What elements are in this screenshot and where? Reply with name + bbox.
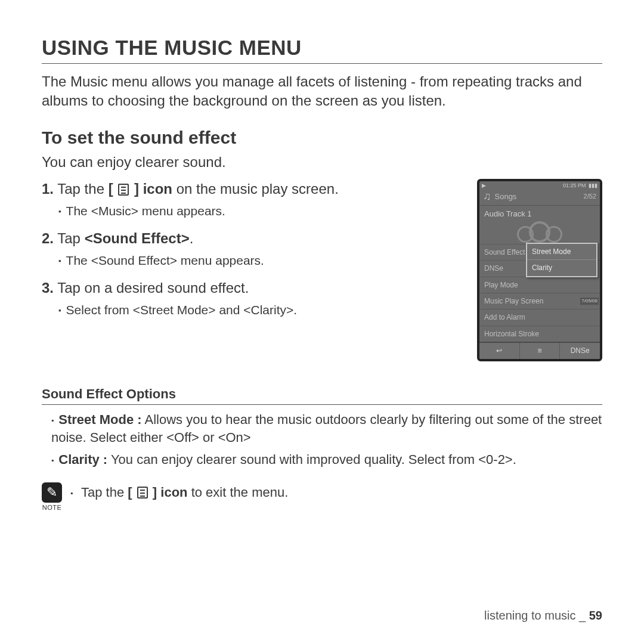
device-bottom-bar: ↩ ≡ DNSe xyxy=(479,342,600,358)
page-footer: listening to music _ 59 xyxy=(484,609,602,623)
step-number: 3. xyxy=(42,280,54,296)
menu-button[interactable]: ≡ xyxy=(519,343,560,358)
step-number: 1. xyxy=(42,181,54,197)
steps-column: 1. Tap the [ ] icon on the music play sc… xyxy=(42,179,459,328)
device-header: ♫ Songs 2/52 xyxy=(479,189,600,206)
option-desc: You can enjoy clearer sound with improve… xyxy=(107,452,516,467)
battery-icon: ▮▮▮ xyxy=(589,182,597,188)
clock: 01:25 PM xyxy=(563,182,586,188)
dnse-button[interactable]: DNSe xyxy=(559,343,600,358)
date-tag: 7/05/08 xyxy=(580,298,599,305)
intro-text: The Music menu allows you manage all fac… xyxy=(42,72,602,111)
music-note-icon: ♫ xyxy=(483,190,491,203)
header-title: Songs xyxy=(495,192,584,202)
footer-section: listening to music _ xyxy=(484,609,589,622)
sub-bullet: The <Music> menu appears. xyxy=(58,202,459,220)
back-button[interactable]: ↩ xyxy=(479,343,519,358)
menu-item[interactable]: Horizontal Stroke xyxy=(479,326,600,342)
status-bar: ▶ 01:25 PM ▮▮▮ xyxy=(479,181,600,189)
note-icon: ✎ xyxy=(42,482,62,503)
step-text: Tap on a desired sound effect. xyxy=(57,280,249,296)
device-mockup: ▶ 01:25 PM ▮▮▮ ♫ Songs 2/52 Audio Track … xyxy=(477,179,602,361)
step-text: Tap xyxy=(57,230,84,246)
options-heading: Sound Effect Options xyxy=(42,386,602,405)
step-text: Tap the xyxy=(57,181,108,197)
track-title: Audio Track 1 xyxy=(479,206,600,220)
step-3: 3. Tap on a desired sound effect. Select… xyxy=(42,278,459,319)
page-title: USING THE MUSIC MENU xyxy=(42,36,602,64)
sub-bullet: Select from <Street Mode> and <Clarity>. xyxy=(58,301,459,319)
option-item: Clarity : You can enjoy clearer sound wi… xyxy=(51,451,602,469)
step-1: 1. Tap the [ ] icon on the music play sc… xyxy=(42,179,459,220)
sound-effect-popup: Street Mode Clarity xyxy=(526,243,597,277)
note-text: Tap the [ ] icon to exit the menu. xyxy=(70,482,288,500)
popup-item[interactable]: Street Mode xyxy=(527,244,596,259)
option-label: Clarity : xyxy=(58,452,107,467)
menu-item[interactable]: Play Mode xyxy=(479,277,600,293)
popup-item[interactable]: Clarity xyxy=(527,259,596,275)
note-badge: ✎ NOTE xyxy=(42,482,62,511)
play-indicator-icon: ▶ xyxy=(482,182,486,189)
device-menu: Sound Effect DNSe Play Mode Music Play S… xyxy=(479,244,600,342)
section-intro: You can enjoy clearer sound. xyxy=(42,154,602,171)
bracket: [ xyxy=(109,181,117,197)
icon-word: icon xyxy=(143,181,172,197)
bracket: ] xyxy=(130,181,143,197)
menu-item[interactable]: Add to Alarm xyxy=(479,309,600,325)
section-title: To set the sound effect xyxy=(42,128,602,148)
menu-item[interactable]: Music Play Screen7/05/08 xyxy=(479,293,600,309)
sub-bullet: The <Sound Effect> menu appears. xyxy=(58,252,459,270)
menu-icon xyxy=(118,184,129,196)
note-label: NOTE xyxy=(42,504,62,511)
step-2: 2. Tap <Sound Effect>. The <Sound Effect… xyxy=(42,228,459,270)
note-block: ✎ NOTE Tap the [ ] icon to exit the menu… xyxy=(42,482,602,511)
menu-icon xyxy=(137,487,148,499)
option-item: Street Mode : Allows you to hear the mus… xyxy=(51,411,602,448)
step-number: 2. xyxy=(42,230,54,246)
step-bold: <Sound Effect> xyxy=(85,230,190,246)
page-number: 59 xyxy=(589,609,602,622)
options-list: Street Mode : Allows you to hear the mus… xyxy=(42,411,602,469)
step-text: . xyxy=(190,230,194,246)
option-label: Street Mode : xyxy=(58,412,141,427)
track-count: 2/52 xyxy=(584,193,596,200)
step-text: on the music play screen. xyxy=(172,181,339,197)
album-art-placeholder xyxy=(479,220,600,244)
